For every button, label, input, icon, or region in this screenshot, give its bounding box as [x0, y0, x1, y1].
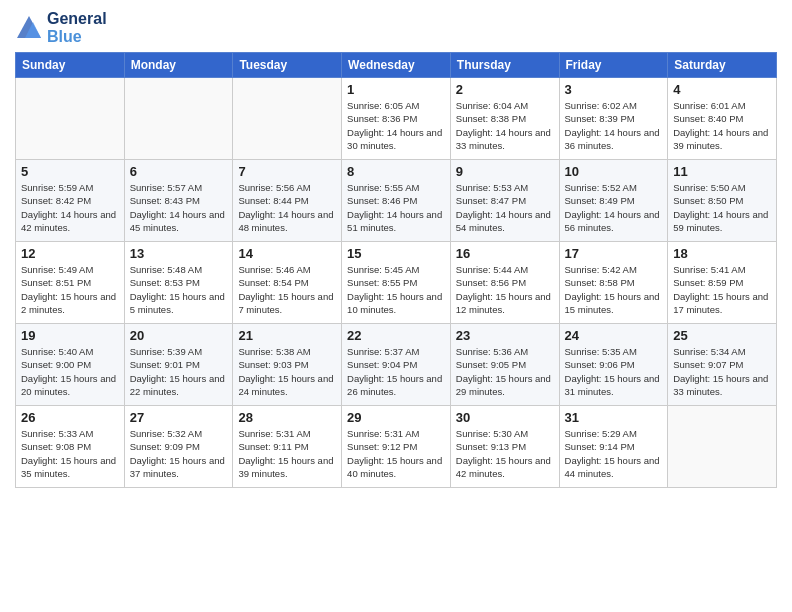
calendar-cell: 24Sunrise: 5:35 AM Sunset: 9:06 PM Dayli…	[559, 324, 668, 406]
day-info: Sunrise: 5:57 AM Sunset: 8:43 PM Dayligh…	[130, 181, 228, 234]
weekday-header: Friday	[559, 53, 668, 78]
day-info: Sunrise: 6:01 AM Sunset: 8:40 PM Dayligh…	[673, 99, 771, 152]
calendar-cell	[233, 78, 342, 160]
day-info: Sunrise: 5:37 AM Sunset: 9:04 PM Dayligh…	[347, 345, 445, 398]
calendar-cell: 9Sunrise: 5:53 AM Sunset: 8:47 PM Daylig…	[450, 160, 559, 242]
day-info: Sunrise: 5:31 AM Sunset: 9:11 PM Dayligh…	[238, 427, 336, 480]
calendar-cell: 30Sunrise: 5:30 AM Sunset: 9:13 PM Dayli…	[450, 406, 559, 488]
day-info: Sunrise: 5:59 AM Sunset: 8:42 PM Dayligh…	[21, 181, 119, 234]
day-info: Sunrise: 5:36 AM Sunset: 9:05 PM Dayligh…	[456, 345, 554, 398]
calendar-cell: 18Sunrise: 5:41 AM Sunset: 8:59 PM Dayli…	[668, 242, 777, 324]
calendar-week-row: 26Sunrise: 5:33 AM Sunset: 9:08 PM Dayli…	[16, 406, 777, 488]
day-info: Sunrise: 6:02 AM Sunset: 8:39 PM Dayligh…	[565, 99, 663, 152]
day-number: 3	[565, 82, 663, 97]
day-info: Sunrise: 5:30 AM Sunset: 9:13 PM Dayligh…	[456, 427, 554, 480]
day-number: 5	[21, 164, 119, 179]
day-number: 4	[673, 82, 771, 97]
calendar-week-row: 19Sunrise: 5:40 AM Sunset: 9:00 PM Dayli…	[16, 324, 777, 406]
calendar-cell: 15Sunrise: 5:45 AM Sunset: 8:55 PM Dayli…	[342, 242, 451, 324]
day-info: Sunrise: 5:31 AM Sunset: 9:12 PM Dayligh…	[347, 427, 445, 480]
day-info: Sunrise: 5:38 AM Sunset: 9:03 PM Dayligh…	[238, 345, 336, 398]
day-info: Sunrise: 5:53 AM Sunset: 8:47 PM Dayligh…	[456, 181, 554, 234]
day-info: Sunrise: 6:05 AM Sunset: 8:36 PM Dayligh…	[347, 99, 445, 152]
day-info: Sunrise: 5:33 AM Sunset: 9:08 PM Dayligh…	[21, 427, 119, 480]
day-number: 13	[130, 246, 228, 261]
calendar-cell: 11Sunrise: 5:50 AM Sunset: 8:50 PM Dayli…	[668, 160, 777, 242]
day-info: Sunrise: 5:52 AM Sunset: 8:49 PM Dayligh…	[565, 181, 663, 234]
calendar-cell: 4Sunrise: 6:01 AM Sunset: 8:40 PM Daylig…	[668, 78, 777, 160]
day-info: Sunrise: 5:49 AM Sunset: 8:51 PM Dayligh…	[21, 263, 119, 316]
day-number: 19	[21, 328, 119, 343]
calendar-cell: 1Sunrise: 6:05 AM Sunset: 8:36 PM Daylig…	[342, 78, 451, 160]
calendar-cell: 13Sunrise: 5:48 AM Sunset: 8:53 PM Dayli…	[124, 242, 233, 324]
calendar-cell: 5Sunrise: 5:59 AM Sunset: 8:42 PM Daylig…	[16, 160, 125, 242]
day-info: Sunrise: 5:32 AM Sunset: 9:09 PM Dayligh…	[130, 427, 228, 480]
calendar-week-row: 5Sunrise: 5:59 AM Sunset: 8:42 PM Daylig…	[16, 160, 777, 242]
day-number: 20	[130, 328, 228, 343]
day-number: 12	[21, 246, 119, 261]
day-number: 8	[347, 164, 445, 179]
calendar-table: SundayMondayTuesdayWednesdayThursdayFrid…	[15, 52, 777, 488]
day-number: 26	[21, 410, 119, 425]
calendar-cell	[124, 78, 233, 160]
logo-text: General Blue	[47, 10, 107, 46]
weekday-header: Sunday	[16, 53, 125, 78]
day-info: Sunrise: 5:42 AM Sunset: 8:58 PM Dayligh…	[565, 263, 663, 316]
calendar-cell: 8Sunrise: 5:55 AM Sunset: 8:46 PM Daylig…	[342, 160, 451, 242]
calendar-cell: 26Sunrise: 5:33 AM Sunset: 9:08 PM Dayli…	[16, 406, 125, 488]
logo-icon	[15, 14, 43, 42]
calendar-cell: 12Sunrise: 5:49 AM Sunset: 8:51 PM Dayli…	[16, 242, 125, 324]
day-number: 6	[130, 164, 228, 179]
calendar-week-row: 1Sunrise: 6:05 AM Sunset: 8:36 PM Daylig…	[16, 78, 777, 160]
day-number: 29	[347, 410, 445, 425]
day-number: 2	[456, 82, 554, 97]
weekday-header: Saturday	[668, 53, 777, 78]
calendar-cell: 19Sunrise: 5:40 AM Sunset: 9:00 PM Dayli…	[16, 324, 125, 406]
weekday-header: Monday	[124, 53, 233, 78]
day-number: 31	[565, 410, 663, 425]
day-info: Sunrise: 5:46 AM Sunset: 8:54 PM Dayligh…	[238, 263, 336, 316]
logo: General Blue	[15, 10, 107, 46]
day-number: 16	[456, 246, 554, 261]
weekday-header: Thursday	[450, 53, 559, 78]
calendar-cell: 25Sunrise: 5:34 AM Sunset: 9:07 PM Dayli…	[668, 324, 777, 406]
calendar-header-row: SundayMondayTuesdayWednesdayThursdayFrid…	[16, 53, 777, 78]
calendar-cell: 6Sunrise: 5:57 AM Sunset: 8:43 PM Daylig…	[124, 160, 233, 242]
calendar-cell: 27Sunrise: 5:32 AM Sunset: 9:09 PM Dayli…	[124, 406, 233, 488]
day-number: 9	[456, 164, 554, 179]
day-info: Sunrise: 5:40 AM Sunset: 9:00 PM Dayligh…	[21, 345, 119, 398]
day-number: 25	[673, 328, 771, 343]
day-number: 10	[565, 164, 663, 179]
day-number: 7	[238, 164, 336, 179]
day-number: 1	[347, 82, 445, 97]
day-number: 15	[347, 246, 445, 261]
calendar-cell: 2Sunrise: 6:04 AM Sunset: 8:38 PM Daylig…	[450, 78, 559, 160]
page: General Blue SundayMondayTuesdayWednesda…	[0, 0, 792, 498]
day-info: Sunrise: 5:44 AM Sunset: 8:56 PM Dayligh…	[456, 263, 554, 316]
day-info: Sunrise: 5:34 AM Sunset: 9:07 PM Dayligh…	[673, 345, 771, 398]
day-number: 27	[130, 410, 228, 425]
header: General Blue	[15, 10, 777, 46]
day-info: Sunrise: 5:29 AM Sunset: 9:14 PM Dayligh…	[565, 427, 663, 480]
day-info: Sunrise: 5:35 AM Sunset: 9:06 PM Dayligh…	[565, 345, 663, 398]
calendar-cell: 7Sunrise: 5:56 AM Sunset: 8:44 PM Daylig…	[233, 160, 342, 242]
day-number: 14	[238, 246, 336, 261]
calendar-cell: 20Sunrise: 5:39 AM Sunset: 9:01 PM Dayli…	[124, 324, 233, 406]
day-number: 17	[565, 246, 663, 261]
day-info: Sunrise: 5:45 AM Sunset: 8:55 PM Dayligh…	[347, 263, 445, 316]
calendar-cell: 3Sunrise: 6:02 AM Sunset: 8:39 PM Daylig…	[559, 78, 668, 160]
day-number: 22	[347, 328, 445, 343]
calendar-cell: 29Sunrise: 5:31 AM Sunset: 9:12 PM Dayli…	[342, 406, 451, 488]
calendar-cell: 17Sunrise: 5:42 AM Sunset: 8:58 PM Dayli…	[559, 242, 668, 324]
day-info: Sunrise: 5:39 AM Sunset: 9:01 PM Dayligh…	[130, 345, 228, 398]
day-info: Sunrise: 5:50 AM Sunset: 8:50 PM Dayligh…	[673, 181, 771, 234]
calendar-cell: 21Sunrise: 5:38 AM Sunset: 9:03 PM Dayli…	[233, 324, 342, 406]
day-info: Sunrise: 5:55 AM Sunset: 8:46 PM Dayligh…	[347, 181, 445, 234]
day-info: Sunrise: 6:04 AM Sunset: 8:38 PM Dayligh…	[456, 99, 554, 152]
calendar-cell	[16, 78, 125, 160]
day-info: Sunrise: 5:56 AM Sunset: 8:44 PM Dayligh…	[238, 181, 336, 234]
calendar-cell: 14Sunrise: 5:46 AM Sunset: 8:54 PM Dayli…	[233, 242, 342, 324]
calendar-cell: 22Sunrise: 5:37 AM Sunset: 9:04 PM Dayli…	[342, 324, 451, 406]
calendar-cell: 10Sunrise: 5:52 AM Sunset: 8:49 PM Dayli…	[559, 160, 668, 242]
day-number: 18	[673, 246, 771, 261]
